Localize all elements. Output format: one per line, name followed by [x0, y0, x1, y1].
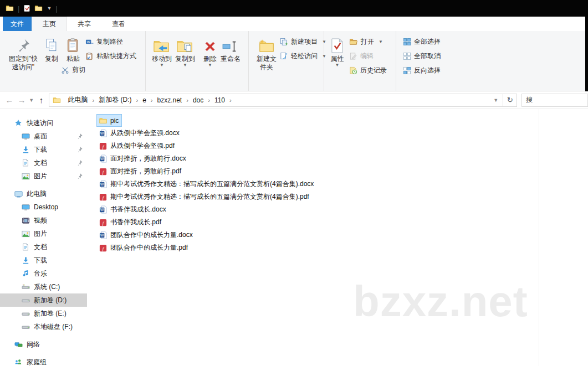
- folder-icon[interactable]: [34, 4, 43, 12]
- delete-button[interactable]: 删除 ▼: [201, 33, 219, 68]
- sidebar-item--[interactable]: 视频: [0, 214, 87, 227]
- sidebar-item--[interactable]: 快速访问: [0, 116, 87, 130]
- word-icon: W: [99, 205, 108, 214]
- divider: |: [55, 5, 57, 12]
- tab-share[interactable]: 共享: [67, 17, 101, 31]
- sidebar-item--e-[interactable]: 新加卷 (E:): [0, 307, 87, 320]
- drive-icon: [21, 296, 30, 305]
- copy-button[interactable]: 复制: [42, 33, 61, 64]
- pin-to-quick-access-button[interactable]: 固定到"快速访问": [4, 33, 42, 73]
- breadcrumb-item[interactable]: 此电脑: [64, 95, 91, 105]
- svg-text:W: W: [87, 39, 90, 43]
- sidebar-item--[interactable]: 文档: [0, 156, 87, 169]
- back-icon[interactable]: ←: [3, 95, 16, 105]
- select-all-button[interactable]: 全部选择: [403, 36, 441, 47]
- file-row[interactable]: W面对挫折，勇敢前行.docx: [96, 152, 190, 165]
- tab-file[interactable]: 文件: [3, 17, 32, 31]
- sidebar-item--c-[interactable]: 系统 (C:): [0, 280, 87, 293]
- file-name: 面对挫折，勇敢前行.docx: [110, 154, 186, 163]
- new-item-button[interactable]: 新建项目 ▼: [280, 36, 326, 47]
- breadcrumb-chevron-icon[interactable]: ›: [207, 97, 211, 104]
- drive-sys-icon: [21, 283, 30, 291]
- address-bar: ← → ▼ ↑ 此电脑›新加卷 (D:)›e›bzxz.net›doc›110›…: [0, 91, 588, 109]
- sidebar-item--f-[interactable]: 本地磁盘 (F:): [0, 320, 87, 333]
- pdf-icon: f: [99, 244, 108, 252]
- properties-check-icon[interactable]: [23, 4, 30, 12]
- tab-view[interactable]: 查看: [101, 17, 136, 31]
- refresh-button[interactable]: ↻: [503, 94, 517, 107]
- select-none-button[interactable]: 全部取消: [403, 50, 441, 61]
- paste-button[interactable]: 粘贴: [64, 33, 83, 64]
- file-row[interactable]: f期中考试优秀作文精选：描写成长的五篇满分范文赏析(4篇合集).pdf: [96, 190, 313, 203]
- file-name: 期中考试优秀作文精选：描写成长的五篇满分范文赏析(4篇合集).pdf: [110, 192, 309, 202]
- breadcrumb-item[interactable]: doc: [190, 96, 207, 104]
- sidebar-item--[interactable]: 桌面: [0, 130, 87, 143]
- recent-locations-chevron-icon[interactable]: ▼: [28, 97, 35, 103]
- sidebar-item--d-[interactable]: 新加卷 (D:): [0, 293, 87, 307]
- forward-icon[interactable]: →: [16, 95, 28, 105]
- easy-access-button[interactable]: 轻松访问 ▼: [280, 50, 326, 61]
- sidebar-item-label: 视频: [34, 216, 47, 225]
- sidebar-item--[interactable]: 网络: [0, 338, 87, 351]
- new-folder-button[interactable]: 新建文件夹: [253, 33, 280, 73]
- breadcrumb-chevron-icon[interactable]: ›: [150, 97, 154, 104]
- document-icon: [21, 159, 30, 167]
- sidebar-item-label: 图片: [34, 229, 47, 239]
- file-list-pane[interactable]: picW从跌倒中学会坚强.docxf从跌倒中学会坚强.pdfW面对挫折，勇敢前行…: [87, 109, 588, 366]
- cut-button[interactable]: 剪切: [61, 64, 85, 75]
- tab-home[interactable]: 主页: [32, 17, 67, 31]
- button-label: 粘贴: [67, 55, 80, 63]
- select-none-icon: [403, 52, 411, 60]
- copy-to-button[interactable]: 复制到 ▼: [173, 33, 197, 68]
- history-button[interactable]: 历史记录: [349, 65, 387, 76]
- button-label: 剪切: [72, 65, 85, 75]
- breadcrumb[interactable]: 此电脑›新加卷 (D:)›e›bzxz.net›doc›110› ▼: [49, 94, 503, 107]
- sidebar-item-desktop[interactable]: Desktop: [0, 200, 87, 214]
- file-row[interactable]: f从跌倒中学会坚强.pdf: [96, 140, 178, 152]
- sidebar-item--[interactable]: 文档: [0, 240, 87, 254]
- invert-selection-button[interactable]: 反向选择: [403, 65, 441, 76]
- breadcrumb-item[interactable]: 新加卷 (D:): [95, 95, 135, 105]
- file-row[interactable]: W从跌倒中学会坚强.docx: [96, 127, 183, 140]
- file-row[interactable]: f团队合作中的成长力量.pdf: [96, 241, 191, 254]
- sidebar-item--[interactable]: 家庭组: [0, 355, 87, 366]
- folder-icon[interactable]: [6, 4, 14, 12]
- sidebar-item--[interactable]: 音乐: [0, 267, 87, 280]
- button-label: 历史记录: [360, 66, 387, 75]
- sidebar-item--[interactable]: 图片: [0, 169, 87, 183]
- computer-icon: [14, 190, 23, 198]
- folder-icon: [99, 117, 108, 125]
- search-input[interactable]: 搜: [521, 94, 588, 107]
- sidebar-item--[interactable]: 下载: [0, 143, 87, 156]
- properties-button[interactable]: 属性 ▼: [329, 33, 346, 68]
- move-to-button[interactable]: 移动到 ▼: [150, 33, 173, 68]
- file-row[interactable]: f面对挫折，勇敢前行.pdf: [96, 165, 185, 178]
- breadcrumb-item[interactable]: e: [139, 96, 150, 104]
- up-icon[interactable]: ↑: [35, 95, 48, 105]
- sidebar-item--[interactable]: 下载: [0, 254, 87, 267]
- sidebar-item--[interactable]: 此电脑: [0, 187, 87, 200]
- copy-path-button[interactable]: W 复制路径: [85, 36, 136, 47]
- file-row[interactable]: W期中考试优秀作文精选：描写成长的五篇满分范文赏析(4篇合集).docx: [96, 178, 317, 190]
- file-row[interactable]: W书香伴我成长.docx: [96, 203, 170, 216]
- address-dropdown-chevron-icon[interactable]: ▼: [493, 97, 499, 103]
- breadcrumb-chevron-icon[interactable]: ›: [91, 97, 95, 104]
- rename-button[interactable]: 重命名: [219, 33, 242, 64]
- file-row[interactable]: pic: [96, 114, 122, 127]
- open-button[interactable]: 打开 ▼: [349, 36, 387, 47]
- qat-chevron-down-icon[interactable]: ▼: [47, 6, 52, 11]
- word-icon: W: [99, 180, 108, 188]
- drive-icon: [21, 310, 30, 318]
- breadcrumb-chevron-icon[interactable]: ›: [228, 97, 233, 104]
- breadcrumb-item[interactable]: bzxz.net: [154, 96, 186, 104]
- breadcrumb-item[interactable]: 110: [211, 96, 228, 104]
- sidebar-item--[interactable]: 图片: [0, 227, 87, 240]
- breadcrumb-chevron-icon[interactable]: ›: [185, 97, 190, 104]
- paste-shortcut-button[interactable]: 粘贴快捷方式: [85, 50, 136, 61]
- drive-icon: [21, 323, 30, 331]
- file-row[interactable]: W团队合作中的成长力量.docx: [96, 229, 196, 241]
- file-row[interactable]: f书香伴我成长.pdf: [96, 216, 165, 229]
- sidebar-item-label: 新加卷 (E:): [34, 309, 67, 318]
- chevron-down-icon: ▼: [379, 39, 383, 44]
- breadcrumb-chevron-icon[interactable]: ›: [135, 97, 139, 104]
